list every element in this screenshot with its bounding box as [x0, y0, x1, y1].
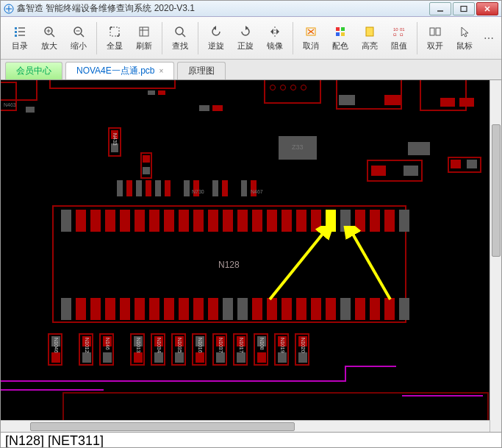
tool-label: 高亮 [362, 40, 378, 51]
pad-grey [61, 210, 71, 232]
tool-zoomout[interactable]: 缩小 [64, 21, 93, 54]
arrow-annotation [255, 226, 343, 307]
svg-rect-2 [15, 27, 17, 29]
horizontal-scrollbar[interactable] [1, 420, 490, 432]
main-toolbar: 目录放大缩小全显刷新查找逆旋正旋镜像取消配色高亮1001ΩΩ阻值双开鼠标⋯ [1, 17, 501, 60]
ref-label: N463 [4, 102, 16, 107]
ref-label: N1019 [280, 338, 285, 353]
component-N108: N108 [254, 333, 268, 366]
ref-label: N1017 [239, 338, 244, 353]
net-trace [1, 389, 104, 391]
svg-text:Ω: Ω [400, 32, 404, 37]
pcb-outline [264, 80, 321, 104]
tool-cancel[interactable]: 取消 [296, 21, 326, 54]
component-N1016: N1016 [192, 333, 207, 366]
pad-red [120, 298, 130, 320]
toolbar-overflow[interactable]: ⋯ [484, 32, 497, 44]
svg-rect-15 [110, 27, 119, 36]
svg-line-20 [182, 34, 185, 37]
minimize-button[interactable] [429, 2, 451, 15]
close-icon[interactable]: × [159, 67, 163, 75]
vertical-scrollbar[interactable] [490, 80, 501, 432]
pad-red [134, 352, 143, 363]
pad-grey [136, 180, 142, 196]
svg-line-36 [270, 230, 326, 299]
pad-red [143, 155, 150, 163]
svg-text:Ω: Ω [393, 32, 397, 37]
tab-label: NOVA4E一点通.pcb [76, 65, 154, 77]
tool-mouse[interactable]: 鼠标 [450, 21, 479, 54]
tool-label: 配色 [332, 40, 348, 51]
ref-label: N1020 [301, 338, 306, 353]
svg-rect-29 [366, 27, 373, 36]
tool-rotcw[interactable]: 正旋 [231, 21, 260, 54]
pad-red [51, 352, 60, 363]
window-title: 鑫智造 智能终端设备维修查询系统 2020-V3.1 [17, 2, 429, 15]
tool-rotccw[interactable]: 逆旋 [201, 21, 231, 54]
pad-red [440, 98, 455, 107]
pad-red [223, 210, 233, 232]
pad-red [146, 180, 151, 196]
svg-rect-27 [336, 32, 340, 36]
pad-red [212, 105, 223, 111]
pad-grey [278, 352, 287, 363]
tool-label: 正旋 [237, 40, 254, 51]
pad-grey [339, 95, 355, 105]
tool-zoomin[interactable]: 放大 [35, 21, 64, 54]
svg-rect-35 [436, 28, 440, 35]
ref-label: N1035 [177, 338, 182, 353]
tool-find[interactable]: 查找 [165, 21, 195, 54]
pad-row [117, 180, 257, 196]
pad-grey [184, 180, 190, 196]
pad-red [459, 98, 474, 107]
palette-icon [333, 24, 348, 39]
tool-palette[interactable]: 配色 [326, 21, 355, 54]
pad-red [149, 210, 159, 232]
pad-grey [26, 107, 35, 113]
net-trace [345, 366, 396, 367]
ref-label: N146 [105, 338, 110, 350]
close-button[interactable] [476, 2, 498, 15]
component-N1013: N1013 [130, 333, 145, 366]
pad-red [76, 298, 86, 320]
tab-label: 原理图 [188, 65, 215, 77]
pad-red [126, 180, 132, 196]
pad-grey [241, 180, 247, 196]
highlight-icon [362, 24, 377, 39]
pad-red [105, 298, 115, 320]
tab-schematic[interactable]: 原理图 [177, 62, 226, 79]
maximize-button[interactable] [453, 2, 475, 15]
scrollbar-thumb[interactable] [492, 124, 501, 257]
pad-red [196, 352, 204, 363]
pad-red [257, 352, 266, 363]
dual-icon [428, 24, 442, 39]
pad-grey [175, 352, 184, 363]
ref-label: N1046 [54, 338, 59, 353]
svg-rect-26 [341, 27, 345, 31]
component-N1037: N1037 [212, 333, 227, 366]
ohm-icon: 1001ΩΩ [392, 24, 406, 39]
svg-point-19 [176, 27, 183, 35]
tool-dual[interactable]: 双开 [420, 21, 450, 54]
tool-mirror[interactable]: 镜像 [260, 21, 290, 54]
pad-red [164, 210, 174, 232]
net-trace [1, 380, 346, 382]
component-N1012: N1012 [79, 333, 93, 366]
tool-refresh[interactable]: 刷新 [129, 21, 159, 54]
title-bar: 鑫智造 智能终端设备维修查询系统 2020-V3.1 [1, 1, 501, 17]
tab-pcb-file[interactable]: NOVA4E一点通.pcb × [65, 62, 174, 79]
tab-member-center[interactable]: 会员中心 [5, 62, 62, 79]
component-N1019: N1019 [274, 333, 289, 366]
scrollbar-thumb[interactable] [30, 422, 295, 431]
tool-fit[interactable]: 全显 [100, 21, 129, 54]
pad-red [135, 210, 145, 232]
pad-red [105, 210, 115, 232]
svg-rect-25 [336, 27, 340, 31]
tool-catalog[interactable]: 目录 [5, 21, 35, 54]
tool-imped[interactable]: 1001ΩΩ阻值 [384, 21, 414, 54]
tool-highlight[interactable]: 高亮 [355, 21, 384, 54]
pcb-viewport[interactable]: N463 Z33 [1, 80, 501, 432]
ref-label: N1037 [218, 338, 223, 353]
connector-pins [270, 85, 306, 90]
ref-label: N108 [259, 338, 265, 350]
